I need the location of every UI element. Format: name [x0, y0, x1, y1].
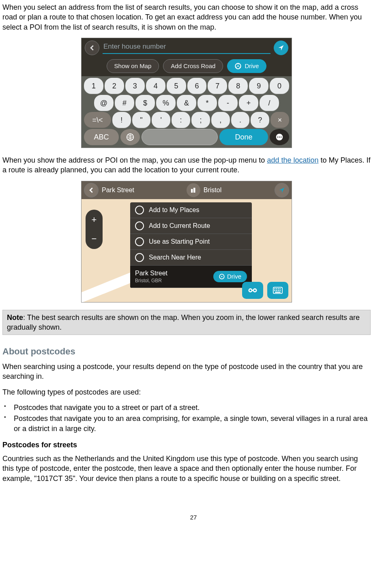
svg-rect-8 [193, 188, 195, 193]
svg-rect-7 [191, 189, 193, 193]
context-item-1[interactable]: Add to Current Route [130, 218, 252, 234]
key-8[interactable]: 8 [228, 78, 248, 94]
context-item-label: Search Near Here [149, 253, 201, 262]
svg-rect-16 [278, 288, 279, 290]
zoom-control[interactable]: + − [86, 210, 103, 249]
search-city-field[interactable]: Bristol [204, 186, 271, 195]
key-2[interactable]: 2 [105, 78, 124, 94]
context-item-2[interactable]: Use as Starting Point [130, 234, 252, 250]
screenshot-map-popup: Park Street Bristol + − Add to My Places… [81, 181, 292, 303]
svg-rect-21 [279, 290, 281, 291]
show-on-map-button[interactable]: Show on Map [107, 59, 159, 73]
keyboard-globe-button[interactable] [120, 129, 140, 145]
zoom-out-icon[interactable]: − [92, 233, 97, 245]
key--[interactable]: - [218, 95, 238, 111]
keyboard-switch-button[interactable] [270, 129, 289, 145]
key-4[interactable]: 4 [146, 78, 165, 94]
svg-point-12 [253, 289, 256, 292]
svg-point-1 [238, 65, 239, 67]
key-=\<[interactable]: =\< [84, 112, 111, 128]
context-item-label: Add to Current Route [149, 221, 210, 230]
key-0[interactable]: 0 [270, 78, 289, 94]
popup-paragraph: When you show the address or POI on the … [2, 155, 371, 175]
key-6[interactable]: 6 [187, 78, 207, 94]
note-label: Note [7, 313, 23, 322]
postcode-streets-para: Countries such as the Netherlands and th… [2, 454, 371, 483]
context-item-icon [135, 253, 144, 262]
context-item-icon [135, 221, 144, 230]
selected-title: Park Street [135, 269, 167, 278]
keyboard-done-button[interactable]: Done [219, 129, 268, 145]
key-3[interactable]: 3 [125, 78, 145, 94]
context-item-3[interactable]: Search Near Here [130, 250, 252, 266]
keyboard-toggle-button[interactable] [267, 282, 288, 299]
key-;[interactable]: ; [191, 112, 210, 128]
city-icon [187, 183, 200, 197]
context-drive-button[interactable]: Drive [213, 271, 247, 282]
key-?[interactable]: ? [251, 112, 269, 128]
zoom-in-icon[interactable]: + [92, 214, 97, 226]
back-button[interactable] [85, 41, 99, 55]
house-number-input[interactable]: Enter house number [103, 41, 270, 54]
key-#[interactable]: # [115, 95, 134, 111]
section-heading: About postcodes [2, 346, 371, 358]
add-location-link[interactable]: add the location [267, 156, 318, 164]
key-%[interactable]: % [156, 95, 176, 111]
search-street-field[interactable]: Park Street [102, 186, 183, 195]
svg-rect-17 [279, 288, 281, 290]
key-,[interactable]: , [211, 112, 230, 128]
selected-subtitle: Bristol, GBR [135, 277, 167, 284]
back-button-2[interactable] [84, 183, 99, 197]
key-9[interactable]: 9 [249, 78, 268, 94]
postcode-bullets: Postcodes that navigate you to a street … [2, 403, 371, 433]
key-7[interactable]: 7 [208, 78, 227, 94]
svg-rect-14 [274, 288, 275, 290]
note-box: Note: The best search results are shown … [2, 310, 371, 335]
key-@[interactable]: @ [94, 95, 114, 111]
keyboard-space[interactable] [142, 129, 218, 145]
keyboard-abc-button[interactable]: ABC [84, 129, 119, 145]
svg-point-4 [277, 137, 279, 138]
svg-point-6 [281, 137, 282, 138]
context-item-label: Add to My Places [149, 206, 200, 215]
svg-point-11 [249, 289, 252, 292]
key-"[interactable]: " [132, 112, 151, 128]
drive-label: Drive [245, 62, 259, 70]
location-arrow-button-2[interactable] [275, 183, 289, 197]
context-item-label: Use as Starting Point [149, 237, 210, 246]
key-'[interactable]: ' [152, 112, 170, 128]
drive-button[interactable]: Drive [227, 59, 266, 73]
key-/[interactable]: / [260, 95, 279, 111]
key-5[interactable]: 5 [167, 78, 186, 94]
add-cross-road-button[interactable]: Add Cross Road [163, 59, 223, 73]
context-item-icon [135, 237, 144, 246]
svg-rect-20 [278, 290, 279, 291]
parking-button[interactable] [242, 282, 263, 299]
location-arrow-button[interactable] [274, 41, 288, 55]
note-body: : The best search results are shown on t… [7, 313, 360, 331]
svg-rect-18 [274, 290, 275, 291]
svg-point-5 [279, 137, 280, 138]
key-.[interactable]: . [231, 112, 250, 128]
postcode-intro: When searching using a postcode, your re… [2, 362, 371, 382]
sub-heading: Postcodes for streets [2, 440, 371, 450]
key-+[interactable]: + [239, 95, 258, 111]
screenshot-keyboard: Enter house number Show on Map Add Cross… [81, 38, 292, 148]
context-item-0[interactable]: Add to My Places [130, 202, 252, 218]
svg-rect-15 [276, 288, 277, 290]
context-drive-label: Drive [227, 273, 241, 281]
bullet-1: Postcodes that navigate you to a street … [2, 403, 371, 412]
key-1[interactable]: 1 [84, 78, 103, 94]
intro-paragraph: When you select an address from the list… [2, 2, 371, 32]
context-item-icon [135, 206, 144, 215]
key-![interactable]: ! [112, 112, 131, 128]
key-*[interactable]: * [197, 95, 217, 111]
key-$[interactable]: $ [135, 95, 155, 111]
key-&[interactable]: & [177, 95, 196, 111]
popup-text-a: When you show the address or POI on the … [2, 156, 267, 164]
svg-rect-19 [276, 290, 277, 291]
key-:[interactable]: : [172, 112, 190, 128]
context-selected[interactable]: Park Street Bristol, GBR Drive [130, 266, 252, 288]
key-×[interactable]: × [270, 112, 289, 128]
context-menu: Add to My PlacesAdd to Current RouteUse … [130, 202, 252, 288]
